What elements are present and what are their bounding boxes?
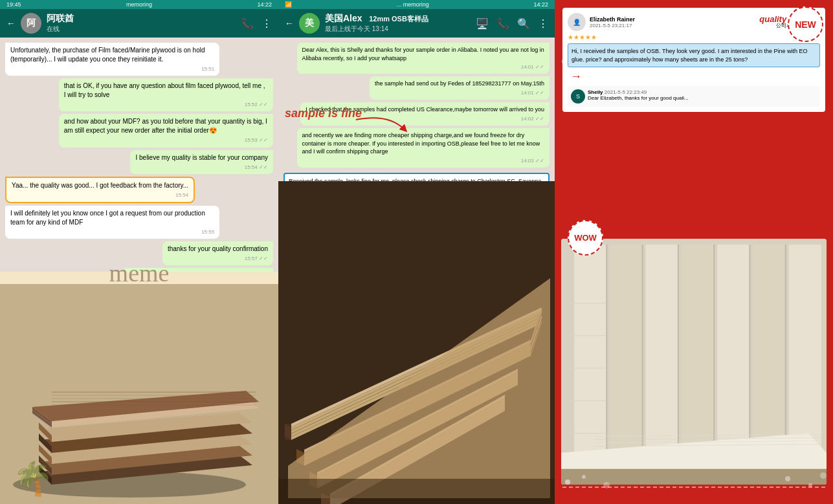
svg-rect-59 bbox=[717, 245, 750, 472]
msg-1: Unfortunately, the purchase of Film face… bbox=[5, 43, 219, 76]
chat-header-center: ← 美 美国Alex 12mm OSB客样品 最后上线于今天 13:14 🖥️ … bbox=[278, 9, 555, 38]
contact-name-center: 美国Alex 12mm OSB客样品 bbox=[325, 13, 428, 25]
status-bar-left: 19:45 memoring 14:22 bbox=[0, 0, 278, 9]
review-date: 2021-5-5 23:21:17 bbox=[590, 23, 635, 28]
shelly-reply: S Shelly 2021-5-5 22:23:49 Dear Elizabet… bbox=[568, 86, 820, 107]
left-panel: 19:45 memoring 14:22 ← 阿 阿联酋 在线 📞 ⋮ Unfo… bbox=[0, 0, 278, 504]
center-msg-1: Dear Alex, this is Shelly and thanks for… bbox=[297, 43, 550, 74]
review-stars: ★★★★★ bbox=[568, 34, 820, 41]
annotation-arrow bbox=[350, 113, 414, 139]
search-icon[interactable]: 🔍 bbox=[517, 17, 530, 30]
contact-status-center: 最后上线于今天 13:14 bbox=[325, 25, 428, 34]
alibaba-review: quality is good 👤 Elizabeth Rainer 2021-… bbox=[562, 8, 825, 112]
contact-avatar-center: 美 bbox=[299, 13, 320, 34]
review-arrow: → bbox=[570, 70, 582, 83]
center-product-image bbox=[278, 181, 555, 504]
msg-5: Yaa... the quality was good... I got fee… bbox=[5, 177, 195, 203]
shelly-avatar: S bbox=[571, 89, 585, 104]
msg-6: I will definitely let you know once I go… bbox=[5, 206, 219, 239]
whatsapp-chat-left: 19:45 memoring 14:22 ← 阿 阿联酋 在线 📞 ⋮ Unfo… bbox=[0, 0, 278, 272]
wow-badge: WOW bbox=[568, 220, 603, 256]
svg-rect-40 bbox=[285, 424, 291, 440]
center-msg-4: and recently we are finding more cheaper… bbox=[297, 128, 550, 168]
svg-rect-56 bbox=[610, 245, 642, 472]
screen-icon[interactable]: 🖥️ bbox=[476, 17, 489, 30]
signature: meme bbox=[109, 259, 170, 287]
review-highlight-box: Hi, I received the samples of OSB. They … bbox=[568, 43, 820, 67]
header-icons-left[interactable]: 📞 ⋮ bbox=[241, 17, 272, 30]
chat-messages-center: Dear Alex, this is Shelly and thanks for… bbox=[278, 38, 555, 173]
msg-2: that is OK, if you have any question abo… bbox=[59, 78, 273, 111]
svg-rect-47 bbox=[278, 479, 555, 504]
msg-7: thanks for your quality confirmation 15:… bbox=[162, 241, 273, 265]
svg-rect-57 bbox=[646, 245, 678, 472]
svg-rect-58 bbox=[682, 245, 714, 472]
left-product-image: 🌴 bbox=[0, 284, 278, 504]
msg-3: and how about your MDF? as you told befo… bbox=[59, 114, 273, 147]
signal-left: 14:22 bbox=[257, 1, 272, 8]
network-left: memoring bbox=[126, 1, 152, 8]
msg-4: I believe my quality is stable for your … bbox=[130, 150, 273, 174]
back-icon[interactable]: ← bbox=[6, 18, 16, 28]
plywood-svg-right bbox=[561, 239, 827, 485]
contact-name-left: 阿联酋 bbox=[47, 13, 74, 25]
chat-header-left: ← 阿 阿联酋 在线 📞 ⋮ bbox=[0, 9, 278, 38]
right-panel: NEW quality is good 👤 Elizabeth Rainer 2… bbox=[555, 0, 833, 504]
palm-tree-icon: 🌴 bbox=[13, 460, 53, 498]
whatsapp-chat-center: 📶 ... memoring 14:22 ← 美 美国Alex 12mm OSB… bbox=[278, 0, 555, 181]
header-icons-center[interactable]: 🖥️ 📞 🔍 ⋮ bbox=[476, 17, 548, 30]
phone-icon[interactable]: 📞 bbox=[241, 17, 254, 30]
plywood-pyramid-svg bbox=[278, 181, 555, 504]
back-icon-center[interactable]: ← bbox=[285, 18, 294, 28]
contact-status-left: 在线 bbox=[47, 25, 74, 34]
right-product-image bbox=[561, 239, 827, 485]
chat-messages-left: Unfortunately, the purchase of Film face… bbox=[0, 38, 278, 272]
dashed-border-bottom bbox=[562, 487, 825, 488]
call-icon[interactable]: 📞 bbox=[496, 17, 509, 30]
svg-rect-55 bbox=[574, 245, 606, 472]
reviewer-name: Elizabeth Rainer bbox=[590, 16, 635, 23]
shelly-reply-text: Dear Elizabeth, thanks for your good qua… bbox=[588, 95, 689, 101]
new-badge: NEW bbox=[788, 6, 823, 42]
center-panel: 📶 ... memoring 14:22 ← 美 美国Alex 12mm OSB… bbox=[278, 0, 555, 504]
time-left: 19:45 bbox=[6, 1, 21, 8]
reviewer-avatar: 👤 bbox=[568, 13, 586, 31]
status-bar-center: 📶 ... memoring 14:22 bbox=[278, 0, 555, 9]
shelly-name: Shelly 2021-5-5 22:23:49 bbox=[588, 89, 689, 95]
contact-avatar-left: 阿 bbox=[21, 13, 41, 34]
more-icon-center[interactable]: ⋮ bbox=[538, 17, 548, 30]
more-icon[interactable]: ⋮ bbox=[261, 17, 272, 30]
center-msg-2: the sample had send out by Fedes of 1852… bbox=[370, 76, 550, 100]
